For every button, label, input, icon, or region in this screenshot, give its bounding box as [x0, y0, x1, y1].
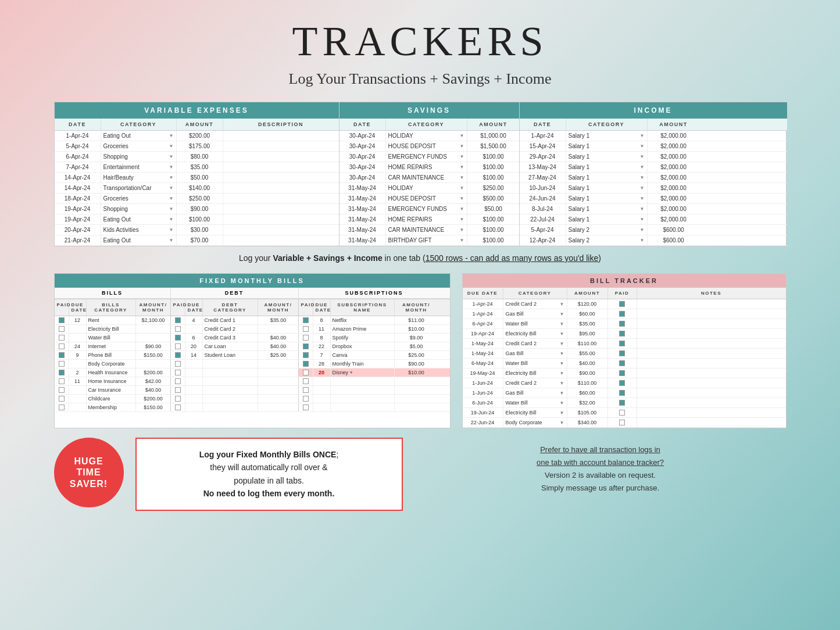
checkbox[interactable]: [619, 331, 625, 337]
checkbox[interactable]: [59, 335, 65, 341]
checkbox[interactable]: [619, 420, 625, 425]
checkbox[interactable]: [59, 378, 65, 384]
checkbox[interactable]: [303, 343, 309, 349]
checkbox[interactable]: [619, 311, 625, 317]
checkbox[interactable]: [175, 343, 181, 349]
s-paid-cell[interactable]: [299, 386, 313, 394]
b-paid-cell[interactable]: [55, 351, 69, 359]
s-paid-cell[interactable]: [299, 351, 313, 359]
d-paid-cell[interactable]: [171, 316, 185, 324]
checkbox[interactable]: [175, 387, 181, 393]
checkbox[interactable]: [59, 343, 65, 349]
checkbox[interactable]: [619, 390, 625, 396]
d-paid-cell[interactable]: [171, 395, 185, 403]
bt-paid[interactable]: [608, 319, 637, 328]
checkbox[interactable]: [175, 361, 181, 367]
checkbox[interactable]: [303, 396, 309, 402]
d-paid-cell[interactable]: [171, 386, 185, 394]
checkbox[interactable]: [59, 361, 65, 367]
in-amount: $2,000.00: [648, 152, 700, 162]
s-paid-cell[interactable]: [299, 360, 313, 368]
b-paid-cell[interactable]: [55, 377, 69, 385]
d-paid-cell[interactable]: [171, 403, 185, 411]
s-paid-cell[interactable]: [299, 368, 313, 377]
checkbox[interactable]: [303, 405, 309, 410]
d-paid-cell[interactable]: [171, 334, 185, 342]
sv-category: HOLIDAY ▼: [386, 131, 467, 141]
checkbox[interactable]: [59, 352, 65, 358]
checkbox[interactable]: [303, 335, 309, 341]
checkbox[interactable]: [59, 326, 65, 332]
checkbox[interactable]: [619, 370, 625, 376]
d-paid-cell[interactable]: [171, 342, 185, 350]
checkbox[interactable]: [303, 317, 309, 323]
bt-paid[interactable]: [608, 408, 637, 417]
s-paid-cell[interactable]: [299, 316, 313, 324]
checkbox[interactable]: [59, 396, 65, 402]
bt-paid[interactable]: [608, 309, 637, 318]
checkbox[interactable]: [175, 378, 181, 384]
ve-category: Shopping ▼: [101, 204, 177, 214]
bt-paid[interactable]: [608, 388, 637, 398]
bt-paid[interactable]: [608, 299, 637, 309]
checkbox[interactable]: [619, 410, 625, 416]
s-paid-cell[interactable]: [299, 377, 313, 385]
bt-paid[interactable]: [608, 378, 637, 388]
bt-paid[interactable]: [608, 418, 637, 427]
b-paid-cell[interactable]: [55, 325, 69, 333]
b-paid-cell[interactable]: [55, 360, 69, 368]
bt-paid[interactable]: [608, 349, 637, 358]
d-paid-cell[interactable]: [171, 325, 185, 333]
s-paid-cell[interactable]: [299, 325, 313, 333]
checkbox[interactable]: [619, 360, 625, 366]
d-paid-cell[interactable]: [171, 377, 185, 385]
checkbox[interactable]: [303, 326, 309, 332]
s-paid-cell[interactable]: [299, 334, 313, 342]
checkbox[interactable]: [619, 350, 625, 356]
checkbox[interactable]: [175, 370, 181, 375]
bills-col-headers: PAID DUE DATE BILLS CATEGORY AMOUNT/ MON…: [55, 299, 171, 316]
d-paid-cell[interactable]: [171, 360, 185, 368]
checkbox[interactable]: [175, 335, 181, 341]
d-paid-cell[interactable]: [171, 368, 185, 377]
s-cat-cell: Amazon Prime: [331, 325, 395, 333]
s-paid-cell[interactable]: [299, 395, 313, 403]
bt-paid[interactable]: [608, 339, 637, 348]
b-paid-cell[interactable]: [55, 316, 69, 324]
bt-paid[interactable]: [608, 329, 637, 338]
b-paid-cell[interactable]: [55, 403, 69, 411]
bt-paid[interactable]: [608, 398, 637, 407]
checkbox[interactable]: [59, 370, 65, 375]
checkbox[interactable]: [175, 326, 181, 332]
checkbox[interactable]: [59, 317, 65, 323]
b-paid-cell[interactable]: [55, 368, 69, 377]
checkbox[interactable]: [303, 370, 309, 375]
b-paid-cell[interactable]: [55, 395, 69, 403]
bills-data-row: 2 Health Insurance $200.00: [55, 368, 171, 377]
checkbox[interactable]: [303, 387, 309, 393]
checkbox[interactable]: [303, 378, 309, 384]
checkbox[interactable]: [303, 352, 309, 358]
checkbox[interactable]: [619, 341, 625, 346]
b-paid-cell[interactable]: [55, 342, 69, 350]
table-row: 29-Apr-24 Salary 1 ▼ $2,000.00: [520, 152, 787, 162]
bt-paid[interactable]: [608, 359, 637, 368]
b-paid-cell[interactable]: [55, 334, 69, 342]
bt-paid[interactable]: [608, 368, 637, 378]
in-amount: $2,000.00: [648, 204, 700, 214]
checkbox[interactable]: [59, 387, 65, 393]
checkbox[interactable]: [619, 301, 625, 307]
d-paid-cell[interactable]: [171, 351, 185, 359]
checkbox[interactable]: [619, 400, 625, 406]
s-paid-cell[interactable]: [299, 403, 313, 411]
checkbox[interactable]: [175, 352, 181, 358]
checkbox[interactable]: [59, 405, 65, 410]
checkbox[interactable]: [175, 396, 181, 402]
checkbox[interactable]: [619, 321, 625, 327]
checkbox[interactable]: [303, 361, 309, 367]
b-paid-cell[interactable]: [55, 386, 69, 394]
s-paid-cell[interactable]: [299, 342, 313, 350]
checkbox[interactable]: [619, 380, 625, 386]
checkbox[interactable]: [175, 317, 181, 323]
checkbox[interactable]: [175, 405, 181, 410]
